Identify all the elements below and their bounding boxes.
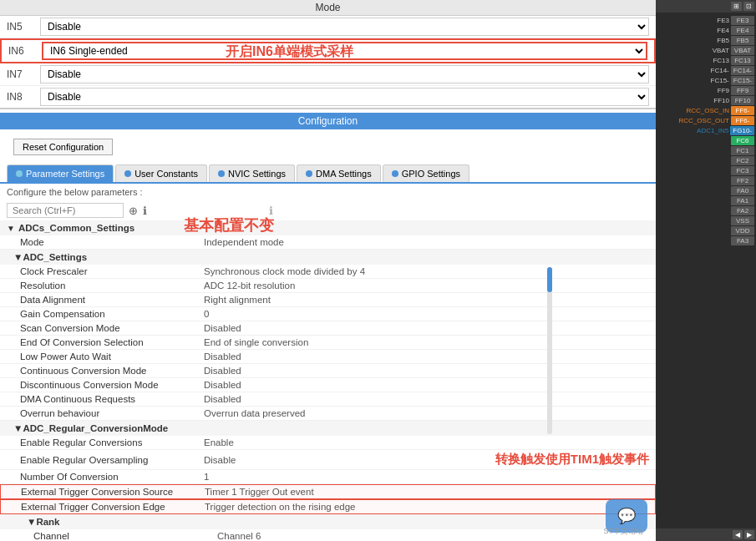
tab-dot: [16, 170, 23, 177]
param-value: Disabled: [204, 366, 649, 376]
param-continuous-conversion: Continuous Conversion Mode Disabled: [0, 364, 656, 378]
pin-box: FC2: [731, 156, 754, 165]
pin-row: VBAT VBAT: [657, 46, 754, 55]
param-value: Timer 1 Trigger Out event: [205, 487, 648, 497]
pin-row: FC1: [657, 146, 754, 155]
in8-row: IN8 Disable: [0, 86, 656, 109]
pin-row: FA2: [657, 206, 754, 215]
group-adcs-common-settings[interactable]: ▼ ADCs_Common_Settings: [0, 220, 656, 235]
chevron-icon: ▼: [13, 252, 23, 262]
in7-label: IN7: [7, 68, 40, 80]
tab-dot: [124, 170, 131, 177]
param-name: Discontinuous Conversion Mode: [20, 380, 204, 390]
in7-select[interactable]: Disable: [40, 65, 649, 83]
sidebar-bottom-icon-right[interactable]: ▶: [744, 530, 754, 539]
tab-user-constants-label: User Constants: [134, 169, 198, 179]
tabs-bar: Parameter Settings User Constants NVIC S…: [0, 164, 656, 184]
param-value: Trigger detection on the rising edge: [205, 502, 648, 512]
param-value: Enable: [204, 437, 649, 447]
param-scan-conversion-mode: Scan Conversion Mode Disabled: [0, 321, 656, 336]
pin-row: FF2: [657, 176, 754, 185]
in6-label: IN6: [8, 45, 42, 57]
pin-row: FC3: [657, 166, 754, 175]
group-adc-settings[interactable]: ▼ ADC_Settings: [0, 250, 656, 265]
pin-label: FC14-: [700, 67, 729, 74]
reset-config-button[interactable]: Reset Configuration: [13, 139, 113, 155]
param-name: Resolution: [20, 281, 204, 291]
tab-gpio-settings-label: GPIO Settings: [402, 169, 460, 179]
param-value: Disabled: [204, 380, 649, 390]
param-gain-compensation: Gain Compensation 0: [0, 307, 656, 321]
param-value: Overrun data preserved: [204, 408, 649, 418]
in8-select[interactable]: Disable: [40, 88, 649, 106]
pin-box: FG10-: [730, 126, 754, 135]
group-adc-settings-label: ADC_Settings: [23, 252, 87, 262]
param-value: 0: [204, 309, 649, 319]
pin-box: FF9: [731, 86, 754, 95]
param-name: External Trigger Conversion Edge: [21, 502, 205, 512]
param-name: Scan Conversion Mode: [20, 323, 204, 333]
param-mode-value: Independent mode: [204, 237, 649, 247]
scrollbar-thumb: [547, 267, 552, 292]
pin-label: RCC_OSC_IN: [686, 107, 729, 114]
pin-box: FF6-: [731, 106, 754, 115]
pin-row: FA3: [657, 236, 754, 245]
tab-dma-settings[interactable]: DMA Settings: [297, 164, 381, 182]
chat-icon: 💬: [617, 507, 636, 525]
pin-label: FC13: [700, 57, 729, 64]
param-value: Disabled: [204, 394, 649, 404]
scrollbar[interactable]: [547, 250, 554, 417]
sidebar-bottom-icon-left[interactable]: ◀: [733, 530, 743, 539]
in5-select[interactable]: Disable: [40, 18, 649, 36]
param-value: Synchronous clock mode divided by 4: [204, 266, 649, 276]
param-name: Enable Regular Conversions: [20, 437, 204, 447]
tab-gpio-settings[interactable]: GPIO Settings: [383, 164, 469, 182]
pin-box: FC15-: [731, 76, 754, 85]
param-value: Right alignment: [204, 295, 649, 305]
watermark: ST中文论坛: [603, 526, 643, 537]
sidebar-zoom-icon[interactable]: ⊞: [731, 2, 742, 11]
pin-box: FC14-: [731, 66, 754, 75]
pin-row-rcc-out: RCC_OSC_OUT FF6-: [657, 116, 754, 125]
param-ext-trigger-source: External Trigger Conversion Source Timer…: [0, 484, 656, 499]
param-name: Channel: [33, 531, 217, 541]
tab-parameter-settings[interactable]: Parameter Settings: [7, 164, 114, 182]
sidebar-fit-icon[interactable]: ⊡: [743, 2, 754, 11]
configure-label: Configure the below parameters :: [0, 184, 656, 200]
tab-parameter-settings-label: Parameter Settings: [26, 169, 104, 179]
pin-box: FF2: [731, 176, 754, 185]
tab-user-constants[interactable]: User Constants: [115, 164, 207, 182]
param-value: Disabled: [204, 351, 649, 362]
pin-label: FE4: [700, 27, 729, 34]
pin-grid: FE3 FE3 FE4 FE4 FB5 FB5 VBAT VBAT FC13 F…: [656, 13, 756, 528]
param-name: Enable Regular Oversampling: [20, 455, 204, 465]
tab-nvic-settings[interactable]: NVIC Settings: [209, 164, 295, 182]
pin-row-rcc-in: RCC_OSC_IN FF6-: [657, 106, 754, 115]
group-regular-conversion[interactable]: ▼ ADC_Regular_ConversionMode: [0, 421, 656, 436]
search-input[interactable]: [7, 203, 124, 218]
pin-label: RCC_OSC_OUT: [679, 117, 729, 124]
pin-box: FA0: [731, 186, 754, 195]
param-overrun-behaviour: Overrun behaviour Overrun data preserved: [0, 407, 656, 421]
pin-label: FF9: [700, 87, 729, 94]
param-name: Data Alignment: [20, 295, 204, 305]
param-value: 1: [204, 472, 649, 482]
group-rank[interactable]: ▼ Rank: [0, 514, 656, 529]
param-name: Number Of Conversion: [20, 472, 204, 482]
pin-box: VBAT: [731, 46, 754, 55]
pin-row: FC14- FC14-: [657, 66, 754, 75]
sidebar-icon-row: ⊞ ⊡: [731, 2, 754, 11]
param-name: End Of Conversion Selection: [20, 337, 204, 347]
group-adcs-common-label: ADCs_Common_Settings: [18, 223, 134, 233]
pin-row: FC15- FC15-: [657, 76, 754, 85]
mode-section-header: Mode: [0, 0, 656, 16]
chevron-icon: ▼: [7, 224, 15, 233]
annotation-trigger: 转换触发使用TIM1触发事件: [495, 452, 649, 468]
annotation-in6: 开启IN6单端模式采样: [226, 43, 353, 61]
param-enable-oversampling: Enable Regular Oversampling Disable 转换触发…: [0, 450, 656, 470]
param-mode: Mode Independent mode: [0, 235, 656, 250]
tab-dma-settings-label: DMA Settings: [316, 169, 372, 179]
param-dma-continuous: DMA Continuous Requests Disabled: [0, 392, 656, 407]
pin-box: FA1: [731, 196, 754, 205]
pin-row: FB5 FB5: [657, 36, 754, 45]
